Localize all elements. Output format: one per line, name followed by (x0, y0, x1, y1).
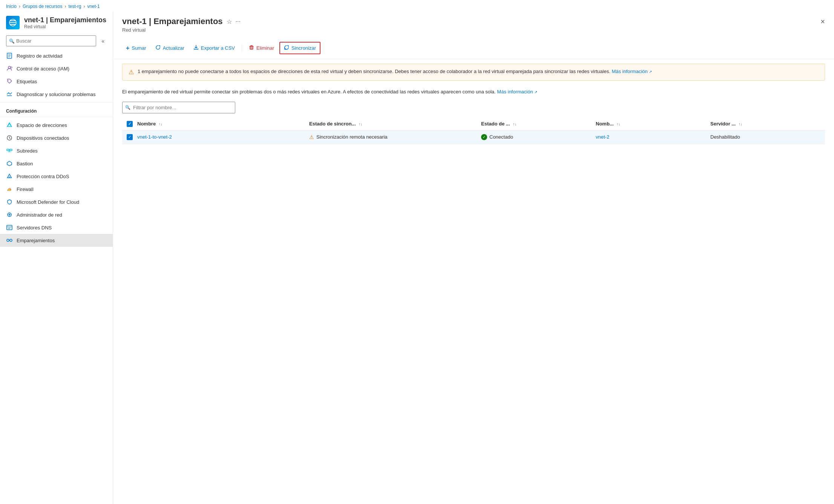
refresh-button[interactable]: Actualizar (152, 43, 188, 53)
connected-icon: ✓ (481, 134, 487, 140)
content-header: vnet-1 | Emparejamientos ☆ ··· × (113, 11, 834, 26)
sort-state-icon[interactable]: ↑↓ (513, 122, 517, 126)
svg-rect-14 (250, 46, 253, 49)
breadcrumb-grupos[interactable]: Grupos de recursos (23, 4, 62, 9)
collapse-icon[interactable]: « (99, 37, 107, 45)
sidebar-item-firewall[interactable]: Firewall (0, 183, 113, 195)
breadcrumb-inicio[interactable]: Inicio (6, 4, 17, 9)
sidebar-item-bastion[interactable]: Bastion (0, 157, 113, 170)
table-row: ✓ vnet-1-to-vnet-2 ⚠ Sincronización remo… (122, 130, 825, 144)
sort-remote-icon[interactable]: ↑↓ (616, 122, 620, 126)
sidebar-item-espacio[interactable]: Espacio de direcciones (0, 119, 113, 131)
dispositivos-icon (6, 134, 13, 141)
registro-icon (6, 52, 13, 59)
add-button[interactable]: + Sumar (122, 43, 150, 54)
remote-name-link[interactable]: vnet-2 (596, 134, 609, 140)
sync-icon (284, 45, 289, 51)
col-header-sync: Estado de sincron... ↑↓ (309, 121, 481, 127)
page-subtitle: Red virtual (24, 24, 106, 29)
more-options-icon[interactable]: ··· (236, 18, 241, 25)
warning-icon: ⚠ (129, 69, 134, 76)
delete-button[interactable]: Eliminar (245, 43, 278, 53)
svg-point-13 (10, 239, 12, 241)
toolbar-divider (242, 44, 242, 53)
col-header-nombre: Nombre ↑↓ (137, 121, 309, 127)
sidebar: vnet-1 | Emparejamientos Red virtual 🔍 «… (0, 11, 113, 504)
sort-sync-icon[interactable]: ↑↓ (359, 122, 362, 126)
filter-input[interactable] (122, 102, 235, 113)
content-subtitle: Red virtual (113, 26, 834, 37)
sidebar-search-input[interactable] (6, 35, 96, 46)
sidebar-item-dns[interactable]: Servidores DNS (0, 221, 113, 234)
sidebar-header: vnet-1 | Emparejamientos Red virtual (0, 11, 113, 32)
sidebar-item-defender[interactable]: Microsoft Defender for Cloud (0, 195, 113, 208)
table-header: ✓ Nombre ↑↓ Estado de sincron... ↑↓ Esta… (122, 118, 825, 130)
firewall-icon (6, 186, 13, 192)
defender-icon (6, 199, 13, 205)
diagnosticar-icon (6, 91, 13, 98)
sidebar-nav: Registro de actividad Control de acceso … (0, 49, 113, 504)
col-header-remote: Nomb... ↑↓ (596, 121, 710, 127)
description: El emparejamiento de red virtual permite… (122, 88, 825, 96)
export-button[interactable]: Exportar a CSV (190, 43, 239, 53)
warning-link[interactable]: Más información ↗ (612, 69, 652, 74)
row-name: vnet-1-to-vnet-2 (137, 134, 309, 140)
sidebar-search-row: 🔍 « (0, 32, 113, 49)
sort-server-icon[interactable]: ↑↓ (739, 122, 742, 126)
emparejamientos-icon (6, 237, 13, 244)
subredes-icon (6, 147, 13, 154)
delete-icon (249, 45, 254, 51)
sort-nombre-icon[interactable]: ↑↓ (159, 122, 163, 126)
resource-icon (6, 16, 20, 29)
sidebar-item-registro[interactable]: Registro de actividad (0, 49, 113, 62)
external-link-icon-2: ↗ (534, 90, 537, 94)
filter-search-icon: 🔍 (125, 105, 130, 110)
table-container: ✓ Nombre ↑↓ Estado de sincron... ↑↓ Esta… (122, 118, 825, 144)
sidebar-item-subredes[interactable]: Subredes (0, 144, 113, 157)
svg-point-10 (9, 214, 10, 215)
warning-banner: ⚠ 1 emparejamiento no puede conectarse a… (122, 64, 825, 81)
col-header-server: Servidor ... ↑↓ (710, 121, 825, 127)
row-server: Deshabilitado (710, 134, 825, 140)
svg-rect-11 (7, 225, 12, 230)
breadcrumb-vnet1[interactable]: vnet-1 (87, 4, 100, 9)
col-header-state: Estado de ... ↑↓ (481, 121, 596, 127)
sync-button[interactable]: Sincronizar (279, 42, 320, 54)
svg-point-12 (7, 239, 9, 241)
refresh-icon (155, 45, 161, 51)
svg-rect-6 (7, 149, 9, 151)
sidebar-item-etiquetas[interactable]: Etiquetas (0, 75, 113, 88)
adminred-icon (6, 211, 13, 218)
breadcrumb-test-rg[interactable]: test-rg (68, 4, 81, 9)
sidebar-item-ddos[interactable]: Protección contra DDoS (0, 170, 113, 183)
star-icon[interactable]: ☆ (227, 18, 232, 25)
row-sync-state: ⚠ Sincronización remota necesaria (309, 134, 481, 140)
main-content: vnet-1 | Emparejamientos ☆ ··· × Red vir… (113, 11, 834, 504)
espacio-icon (6, 122, 13, 128)
export-icon (193, 45, 199, 51)
breadcrumb: Inicio › Grupos de recursos › test-rg › … (0, 0, 834, 11)
row-state: ✓ Conectado (481, 134, 596, 140)
control-icon (6, 65, 13, 72)
svg-point-8 (9, 177, 10, 177)
description-link[interactable]: Más información ↗ (497, 89, 537, 95)
filter-row: 🔍 (122, 102, 825, 113)
svg-rect-7 (10, 149, 12, 151)
row-checkbox[interactable]: ✓ (127, 134, 133, 140)
row-remote-name: vnet-2 (596, 134, 710, 140)
svg-point-4 (8, 80, 9, 81)
select-all-checkbox[interactable]: ✓ (127, 121, 133, 127)
close-icon[interactable]: × (820, 17, 825, 26)
row-name-link[interactable]: vnet-1-to-vnet-2 (137, 134, 172, 140)
config-section-title: Configuración (0, 104, 113, 115)
content-main-title: vnet-1 | Emparejamientos (122, 17, 223, 26)
sidebar-item-emparejamientos[interactable]: Emparejamientos (0, 234, 113, 247)
sidebar-item-dispositivos[interactable]: Dispositivos conectados (0, 131, 113, 144)
sidebar-item-control[interactable]: Control de acceso (IAM) (0, 62, 113, 75)
toolbar: + Sumar Actualizar Exportar a CSV (113, 37, 834, 59)
sidebar-item-adminred[interactable]: Administrador de red (0, 208, 113, 221)
add-icon: + (126, 45, 129, 52)
search-icon: 🔍 (9, 38, 15, 44)
external-link-icon: ↗ (649, 70, 652, 74)
sidebar-item-diagnosticar[interactable]: Diagnosticar y solucionar problemas (0, 88, 113, 101)
